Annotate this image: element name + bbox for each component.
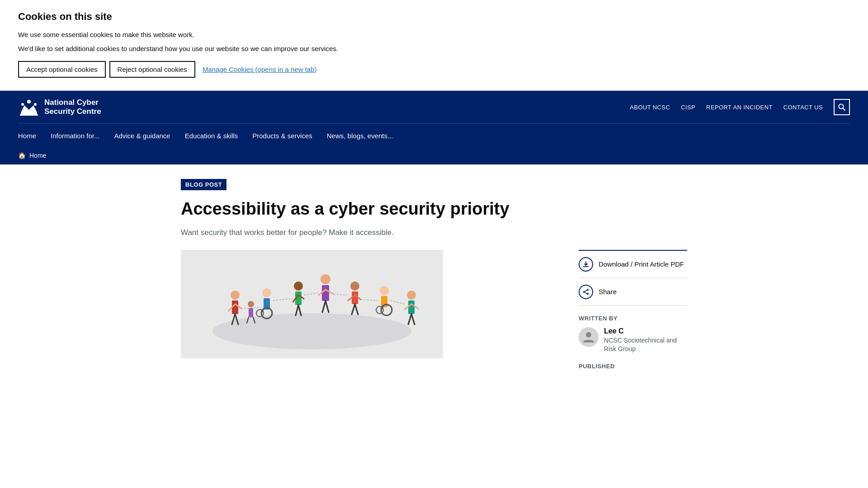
cookie-banner-title: Cookies on this site xyxy=(18,11,850,23)
svg-point-44 xyxy=(407,291,416,300)
cookie-banner: Cookies on this site We use some essenti… xyxy=(0,0,868,91)
svg-rect-57 xyxy=(249,308,253,317)
share-icon xyxy=(579,285,593,299)
accept-cookies-button[interactable]: Accept optional cookies xyxy=(18,61,106,78)
avatar-icon xyxy=(581,330,596,344)
svg-rect-5 xyxy=(20,114,38,116)
header-top: National Cyber Security Centre ABOUT NCS… xyxy=(18,91,850,124)
svg-line-64 xyxy=(585,292,587,294)
header-link-cisp[interactable]: CISP xyxy=(681,104,695,111)
nav-item-information-for[interactable]: Information for... xyxy=(43,124,107,149)
written-by-label: WRITTEN BY xyxy=(579,315,687,322)
article-body: Download / Print Article PDF Share WRITT… xyxy=(181,250,687,370)
reject-cookies-button[interactable]: Reject optional cookies xyxy=(109,61,195,78)
article-subtitle: Want security that works better for peop… xyxy=(181,228,524,237)
nav-item-news-blogs-events[interactable]: News, blogs, events... xyxy=(320,124,401,149)
author-avatar xyxy=(579,327,599,347)
cookie-buttons: Accept optional cookies Reject optional … xyxy=(18,61,850,78)
svg-rect-45 xyxy=(408,300,415,314)
article-image xyxy=(181,250,443,358)
article-main xyxy=(181,250,557,358)
cookie-text-2: We'd like to set additional cookies to u… xyxy=(18,44,850,54)
svg-point-16 xyxy=(262,288,271,297)
share-action[interactable]: Share xyxy=(579,278,687,306)
svg-rect-4 xyxy=(21,113,37,114)
header-link-report-incident[interactable]: REPORT AN INCIDENT xyxy=(706,104,773,111)
cookie-text-1: We use some essential cookies to make th… xyxy=(18,30,850,40)
search-icon xyxy=(838,103,845,111)
page-content: BLOG POST Accessibility as a cyber secur… xyxy=(163,164,705,384)
download-pdf-action[interactable]: Download / Print Article PDF xyxy=(579,251,687,278)
breadcrumb-bar: 🏠 Home xyxy=(0,149,868,164)
article-sidebar: Download / Print Article PDF Share WRITT… xyxy=(579,250,687,370)
svg-rect-28 xyxy=(322,285,329,301)
svg-marker-3 xyxy=(21,105,37,113)
author-row: Lee C NCSC Sociotechnical and Risk Group xyxy=(579,327,687,354)
svg-point-0 xyxy=(27,100,31,103)
nav-item-advice-guidance[interactable]: Advice & guidance xyxy=(107,124,177,149)
svg-rect-34 xyxy=(352,291,358,304)
published-label: PUBLISHED xyxy=(579,363,687,370)
svg-point-9 xyxy=(212,313,411,349)
search-button[interactable] xyxy=(834,99,850,115)
svg-point-1 xyxy=(21,103,24,106)
svg-point-56 xyxy=(248,301,254,307)
header-link-contact-us[interactable]: CONTACT US xyxy=(783,104,823,111)
download-label: Download / Print Article PDF xyxy=(599,260,684,268)
svg-point-61 xyxy=(587,293,589,295)
nav-item-education-skills[interactable]: Education & skills xyxy=(178,124,245,149)
svg-point-21 xyxy=(294,282,303,291)
author-info: Lee C NCSC Sociotechnical and Risk Group xyxy=(604,327,687,354)
header-links: ABOUT NCSC CISP REPORT AN INCIDENT CONTA… xyxy=(630,99,850,115)
nav-item-products-services[interactable]: Products & services xyxy=(245,124,320,149)
logo-text: National Cyber Security Centre xyxy=(44,98,101,117)
svg-point-39 xyxy=(380,286,389,295)
svg-point-60 xyxy=(587,289,589,291)
article-illustration xyxy=(181,250,443,358)
share-label: Share xyxy=(599,288,617,296)
nav-item-home[interactable]: Home xyxy=(18,124,43,149)
svg-point-2 xyxy=(34,103,37,106)
author-name: Lee C xyxy=(604,327,687,335)
manage-cookies-link[interactable]: Manage Cookies (opens in a new tab) xyxy=(203,66,317,73)
svg-point-33 xyxy=(350,282,359,291)
published-section: PUBLISHED xyxy=(579,354,687,370)
svg-point-10 xyxy=(231,291,240,300)
logo-area[interactable]: National Cyber Security Centre xyxy=(18,96,101,118)
author-section: WRITTEN BY Lee C NCSC Sociotechnical and… xyxy=(579,306,687,354)
header-link-about-ncsc[interactable]: ABOUT NCSC xyxy=(630,104,670,111)
author-org: NCSC Sociotechnical and Risk Group xyxy=(604,336,687,354)
home-breadcrumb-icon: 🏠 xyxy=(18,152,26,159)
article-title: Accessibility as a cyber security priori… xyxy=(181,199,524,219)
main-nav: Home Information for... Advice & guidanc… xyxy=(18,124,850,149)
svg-point-27 xyxy=(321,274,330,284)
blog-tag: BLOG POST xyxy=(181,179,226,190)
breadcrumb-home-link[interactable]: Home xyxy=(29,152,46,159)
site-header: National Cyber Security Centre ABOUT NCS… xyxy=(0,91,868,149)
crown-logo-icon xyxy=(18,96,40,118)
svg-line-7 xyxy=(843,108,845,111)
download-icon xyxy=(579,257,593,272)
svg-line-63 xyxy=(585,290,587,291)
svg-point-65 xyxy=(586,332,591,338)
svg-point-62 xyxy=(584,291,585,292)
